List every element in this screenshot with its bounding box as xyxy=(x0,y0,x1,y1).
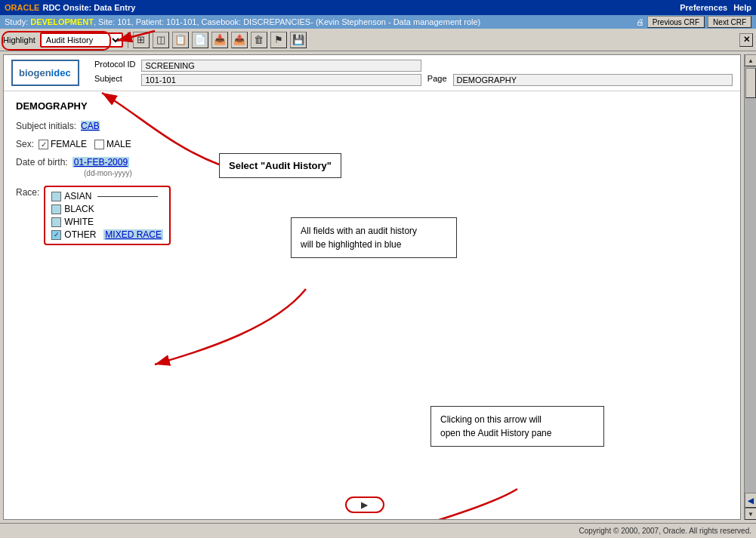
scroll-up-button[interactable]: ▲ xyxy=(745,54,756,66)
scroll-track xyxy=(745,66,756,493)
biogen-text: biogen xyxy=(19,67,51,78)
study-name: DEVELOPMENT xyxy=(30,17,94,26)
race-white-item: WHITE xyxy=(51,217,163,227)
toolbar-btn-4[interactable]: 📄 xyxy=(192,32,208,48)
race-black-label: BLACK xyxy=(64,204,94,214)
annotation-audit-text: Clicking on this arrow willopen the Audi… xyxy=(440,414,551,438)
subject-initials-label: Subject initials: xyxy=(16,121,76,131)
title-bar: ORACLE RDC Onsite: Data Entry Preference… xyxy=(0,0,756,15)
toolbar-btn-save[interactable]: 💾 xyxy=(290,32,307,48)
toolbar-btn-7[interactable]: ⚑ xyxy=(270,32,287,48)
annotation-blue-text: All fields with an audit historywill be … xyxy=(301,226,417,250)
bottom-arrow-icon: ▶ xyxy=(361,500,368,510)
race-white-label: WHITE xyxy=(64,217,94,227)
sex-row: Sex: ✓ FEMALE MALE xyxy=(16,139,728,149)
race-label: Race: xyxy=(16,187,39,198)
toolbar-btn-6[interactable]: 📤 xyxy=(231,32,248,48)
race-checkbox-group: ASIAN BLACK WHITE ✓ O xyxy=(51,191,163,240)
annotation-blue-highlight: All fields with an audit historywill be … xyxy=(291,217,457,258)
study-info: Study: DEVELOPMENT, Site: 101, Patient: … xyxy=(5,17,480,26)
protocol-id-value: SCREENING xyxy=(141,60,421,72)
printer-icon: 🖨 xyxy=(636,17,644,26)
sex-group: ✓ FEMALE MALE xyxy=(39,139,131,149)
race-white-checkbox[interactable] xyxy=(51,217,61,227)
toolbar-btn-2[interactable]: ◫ xyxy=(153,32,169,48)
annotation-audit-pane: Clicking on this arrow willopen the Audi… xyxy=(430,406,604,447)
race-other-item: ✓ OTHER MIXED RACE xyxy=(51,229,163,240)
toolbar: Highlight Audit History None Discrepanci… xyxy=(0,29,756,51)
study-user: (Kevin Stephenson xyxy=(316,17,386,26)
sex-label: Sex: xyxy=(16,139,34,149)
annotation-select-text: Select "Audit History" xyxy=(229,160,332,171)
oracle-logo: ORACLE xyxy=(5,3,39,12)
study-patient: Patient: 101-101 xyxy=(136,17,197,26)
subject-initials-row: Subject initials: CAB xyxy=(16,121,728,131)
sex-female-checkbox[interactable]: ✓ xyxy=(39,140,48,149)
scroll-expand-button[interactable]: ◀ xyxy=(745,493,756,508)
sex-male-checkbox[interactable] xyxy=(94,140,104,149)
bottom-arrow-indicator[interactable]: ▶ xyxy=(345,496,384,513)
dob-format: (dd-mon-yyyy) xyxy=(84,169,132,177)
study-role: - Data management role) xyxy=(388,17,480,26)
scrollbar: ▲ ◀ ▼ xyxy=(744,54,756,520)
page-label: Page xyxy=(427,74,447,86)
highlight-dropdown[interactable]: Audit History None Discrepancies Missing xyxy=(40,32,123,48)
title-text: RDC Onsite: Data Entry xyxy=(42,3,135,12)
race-asian-label: ASIAN xyxy=(64,191,91,201)
dob-label: Date of birth: xyxy=(16,157,68,168)
scroll-thumb[interactable] xyxy=(745,68,756,98)
dob-value[interactable]: 01-FEB-2009 xyxy=(73,157,129,168)
study-casebook: Casebook: DISCREPANCIES- xyxy=(202,17,313,26)
race-asian-item: ASIAN xyxy=(51,191,163,201)
race-black-item: BLACK xyxy=(51,204,163,214)
next-crf-button[interactable]: Next CRF xyxy=(708,16,751,28)
previous-crf-button[interactable]: Previous CRF xyxy=(647,16,705,28)
blank-spacer xyxy=(427,60,447,72)
study-prefix: Study: xyxy=(5,17,28,26)
scroll-down-button[interactable]: ▼ xyxy=(745,508,756,520)
help-link[interactable]: Help xyxy=(733,3,751,12)
copyright-text: Copyright © 2000, 2007, Oracle. All righ… xyxy=(579,527,751,535)
toolbar-btn-delete[interactable]: 🗑 xyxy=(251,32,267,48)
section-title: DEMOGRAPHY xyxy=(16,100,728,112)
sex-male-label: MALE xyxy=(106,139,131,149)
protocol-id-label: Protocol ID xyxy=(94,60,135,72)
toolbar-btn-3[interactable]: 📋 xyxy=(172,32,189,48)
nav-buttons: 🖨 Previous CRF Next CRF xyxy=(636,16,751,28)
subject-label: Subject xyxy=(94,74,135,86)
race-highlighted-section: ASIAN BLACK WHITE ✓ O xyxy=(44,186,171,245)
subject-initials-value[interactable]: CAB xyxy=(81,121,100,131)
race-asian-checkbox[interactable] xyxy=(51,192,61,201)
blank-spacer2 xyxy=(453,60,733,72)
sex-female-label: FEMALE xyxy=(51,139,87,149)
dob-row: Date of birth: 01-FEB-2009 (dd-mon-yyyy) xyxy=(16,157,728,178)
toolbar-btn-1[interactable]: ⊞ xyxy=(133,32,150,48)
toolbar-btn-5[interactable]: 📥 xyxy=(211,32,228,48)
study-bar: Study: DEVELOPMENT, Site: 101, Patient: … xyxy=(0,15,756,29)
toolbar-separator-1 xyxy=(128,32,128,48)
preferences-link[interactable]: Preferences xyxy=(680,3,727,12)
biogen-logo: biogen idec xyxy=(11,60,79,86)
study-site: Site: 101 xyxy=(98,17,131,26)
page-value: DEMOGRAPHY xyxy=(453,74,733,86)
crf-header: biogen idec Protocol ID SCREENING Subjec… xyxy=(4,55,740,91)
crf-content: biogen idec Protocol ID SCREENING Subjec… xyxy=(3,54,741,520)
race-other-label: OTHER xyxy=(64,229,96,240)
sex-female-item: ✓ FEMALE xyxy=(39,139,87,149)
toolbar-close-button[interactable]: ✕ xyxy=(739,33,753,47)
idec-text: idec xyxy=(51,67,71,78)
title-actions: Preferences Help xyxy=(680,3,751,12)
annotation-select-audit: Select "Audit History" xyxy=(219,153,341,178)
main-area: biogen idec Protocol ID SCREENING Subjec… xyxy=(0,51,756,523)
status-bar: Copyright © 2000, 2007, Oracle. All righ… xyxy=(0,523,756,538)
race-asian-underline xyxy=(97,196,158,197)
sex-male-item: MALE xyxy=(94,139,131,149)
race-other-value[interactable]: MIXED RACE xyxy=(103,229,163,240)
highlight-label: Highlight xyxy=(3,35,35,45)
race-other-checkbox[interactable]: ✓ xyxy=(51,230,61,240)
subject-value: 101-101 xyxy=(141,74,421,86)
race-black-checkbox[interactable] xyxy=(51,204,61,214)
